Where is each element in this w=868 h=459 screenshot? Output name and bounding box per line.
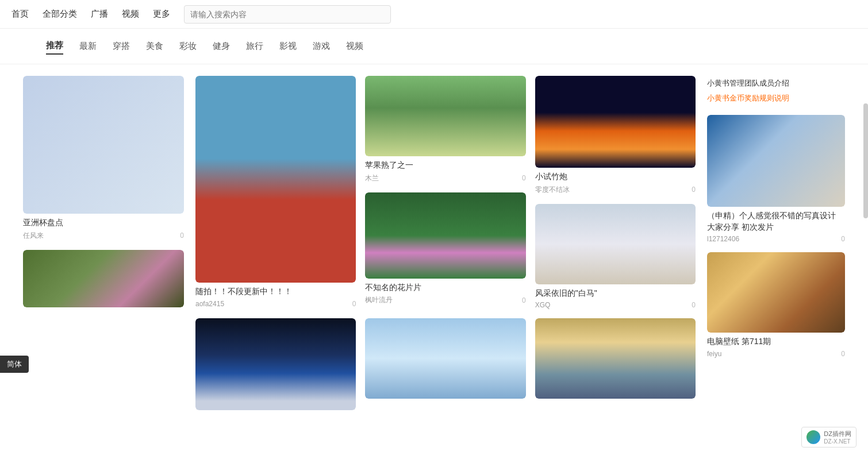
card-cat-meta: feiyu 0: [707, 350, 845, 358]
left-card-1-meta: 任风来 0: [23, 231, 184, 241]
sidebar-card-cat[interactable]: 电脑壁纸 第711期 feiyu 0: [707, 252, 845, 358]
left-column: 亚洲杯盘点 任风来 0: [23, 76, 184, 410]
card-apple-count: 0: [522, 174, 526, 182]
card-bridge-image: [195, 318, 356, 410]
card-cat-author: feiyu: [707, 350, 721, 358]
tab-game[interactable]: 游戏: [313, 41, 330, 54]
card-cat-image: [707, 252, 845, 333]
main-content: 亚洲杯盘点 任风来 0 随拍！！不段更新中！！！ aofa2415: [0, 64, 868, 422]
grid-card-night[interactable]: 小试竹炮 零度不结冰 0: [535, 76, 696, 195]
card-snap-count: 0: [352, 300, 356, 308]
header: 首页 全部分类 广播 视频 更多: [0, 0, 868, 29]
card-flowers-meta: 枫叶流丹 0: [365, 295, 525, 305]
card-bottom-right-image: [535, 318, 696, 399]
search-bar: [184, 5, 391, 24]
nav-more[interactable]: 更多: [153, 9, 170, 20]
tab-fitness[interactable]: 健身: [213, 41, 230, 54]
card-portrait-count: 0: [841, 235, 845, 243]
card-apple-title: 苹果熟了之一: [365, 160, 525, 171]
card-horse-title: 风采依旧的"白马": [535, 288, 696, 299]
grid-card-apple[interactable]: 苹果熟了之一 木兰 0: [365, 76, 525, 183]
nav-broadcast[interactable]: 广播: [91, 9, 108, 20]
card-snap-author: aofa2415: [195, 300, 224, 308]
card-horse-count: 0: [692, 301, 696, 309]
card-cat-title: 电脑壁纸 第711期: [707, 336, 845, 348]
nav-home[interactable]: 首页: [11, 9, 29, 20]
card-snap-title: 随拍！！不段更新中！！！: [195, 286, 356, 298]
right-sidebar: 小黄书管理团队成员介绍 小黄书金币奖励规则说明 （申精）个人感觉很不错的写真设计…: [707, 76, 845, 410]
card-portrait-title: （申精）个人感觉很不错的写真设计 大家分享 初次发片: [707, 210, 845, 233]
card-night-meta: 零度不结冰 0: [535, 185, 696, 195]
grid-area: 随拍！！不段更新中！！！ aofa2415 0 苹果熟了之一 木兰 0: [195, 76, 696, 410]
left-card-2[interactable]: [23, 250, 184, 307]
card-flowers-count: 0: [522, 296, 526, 304]
sidebar-notices: 小黄书管理团队成员介绍 小黄书金币奖励规则说明: [707, 76, 845, 106]
card-night-author: 零度不结冰: [535, 185, 570, 195]
grid-card-bridge[interactable]: [195, 318, 356, 410]
mid-col: 苹果熟了之一 木兰 0 不知名的花片片 枫叶流丹 0: [365, 76, 525, 305]
tab-fashion[interactable]: 穿搭: [113, 41, 130, 54]
tab-food[interactable]: 美食: [146, 41, 163, 54]
grid-card-bottom-center[interactable]: [365, 318, 525, 399]
card-portrait-image: [707, 115, 845, 207]
card-apple-image: [365, 76, 525, 156]
card-portrait-meta: l12712406 0: [707, 235, 845, 243]
left-card-2-image: [23, 250, 184, 307]
sidebar-card-portrait[interactable]: （申精）个人感觉很不错的写真设计 大家分享 初次发片 l12712406 0: [707, 115, 845, 243]
tab-travel[interactable]: 旅行: [246, 41, 263, 54]
card-horse-author: XGQ: [535, 301, 551, 309]
card-flowers-author: 枫叶流丹: [365, 295, 393, 305]
search-input[interactable]: [184, 5, 391, 24]
category-tabs: 推荐 最新 穿搭 美食 彩妆 健身 旅行 影视 游戏 视频: [0, 29, 868, 64]
left-card-1-count: 0: [180, 232, 184, 240]
card-cat-count: 0: [841, 350, 845, 358]
card-night-title: 小试竹炮: [535, 171, 696, 183]
left-card-1-title: 亚洲杯盘点: [23, 217, 184, 229]
card-flowers-title: 不知名的花片片: [365, 282, 525, 294]
card-snap-image: [195, 76, 356, 283]
right-col: 小试竹炮 零度不结冰 0 风采依旧的"白马" XGQ 0: [535, 76, 696, 309]
notice-1[interactable]: 小黄书管理团队成员介绍: [707, 76, 845, 91]
scrollbar[interactable]: [863, 103, 868, 218]
main-nav: 首页 全部分类 广播 视频 更多: [11, 9, 170, 20]
card-snap-meta: aofa2415 0: [195, 300, 356, 308]
grid-card-snap[interactable]: 随拍！！不段更新中！！！ aofa2415 0: [195, 76, 356, 308]
card-bottom-center-image: [365, 318, 525, 399]
grid-card-bottom-right[interactable]: [535, 318, 696, 399]
left-card-1-author: 任风来: [23, 231, 44, 241]
nav-video[interactable]: 视频: [122, 9, 139, 20]
tab-latest[interactable]: 最新: [79, 41, 97, 54]
left-card-1[interactable]: 亚洲杯盘点 任风来 0: [23, 76, 184, 241]
grid-card-horse[interactable]: 风采依旧的"白马" XGQ 0: [535, 204, 696, 310]
card-horse-image: [535, 204, 696, 284]
lang-button[interactable]: 简体: [0, 356, 29, 373]
left-card-1-image: [23, 76, 184, 214]
card-night-image: [535, 76, 696, 168]
notice-2[interactable]: 小黄书金币奖励规则说明: [707, 91, 845, 106]
card-apple-meta: 木兰 0: [365, 173, 525, 183]
tab-movie[interactable]: 影视: [279, 41, 297, 54]
tab-makeup[interactable]: 彩妆: [179, 41, 197, 54]
tab-recommend[interactable]: 推荐: [46, 40, 63, 55]
nav-categories[interactable]: 全部分类: [43, 9, 77, 20]
card-night-count: 0: [692, 186, 696, 194]
card-horse-meta: XGQ 0: [535, 301, 696, 309]
card-flowers-image: [365, 192, 525, 279]
card-apple-author: 木兰: [365, 173, 379, 183]
card-portrait-author: l12712406: [707, 235, 739, 243]
grid-card-flowers[interactable]: 不知名的花片片 枫叶流丹 0: [365, 192, 525, 306]
tab-video2[interactable]: 视频: [346, 41, 363, 54]
